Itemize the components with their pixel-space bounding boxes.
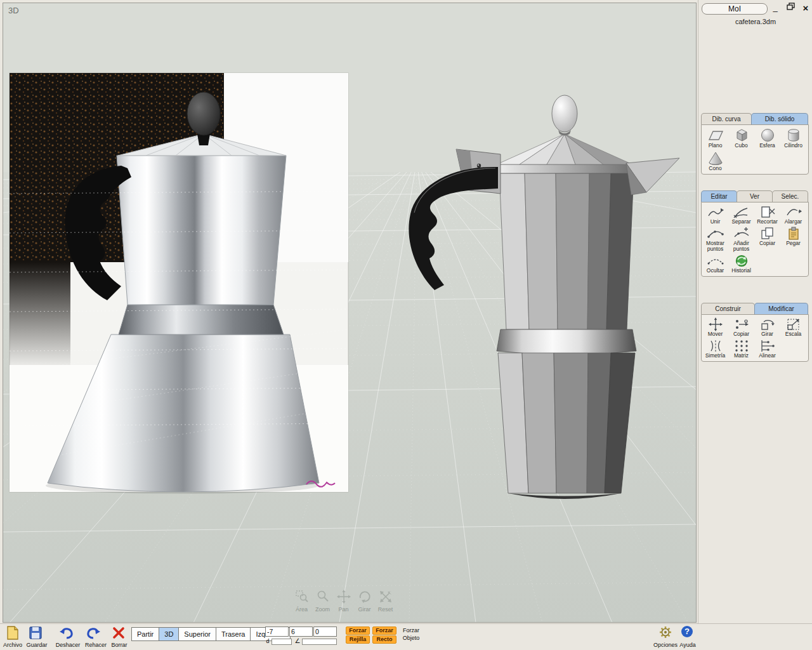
- guardar-label: Guardar: [24, 642, 49, 648]
- tool-cilindro[interactable]: Cilindro: [780, 128, 806, 149]
- draw-palette: Dib. curva Dib. sólido Plano: [701, 113, 809, 175]
- history-icon: [733, 254, 750, 268]
- tool-anadir-puntos[interactable]: Añadir puntos: [728, 227, 754, 252]
- tool-unir[interactable]: Unir: [702, 205, 728, 225]
- pan-icon: [337, 590, 351, 604]
- view-partir-button[interactable]: Partir: [131, 627, 159, 641]
- redo-button[interactable]: [85, 625, 102, 643]
- tool-cubo[interactable]: Cubo: [728, 128, 754, 149]
- gear-icon: [658, 625, 672, 639]
- tab-dib-curva[interactable]: Dib. curva: [701, 113, 752, 124]
- minimize-button[interactable]: _: [769, 3, 781, 13]
- snap-straight-toggle[interactable]: Forzar Recto: [372, 627, 397, 644]
- tool-alinear[interactable]: Alinear: [754, 339, 780, 359]
- tool-alargar[interactable]: Alargar: [780, 205, 806, 225]
- file-icon: [5, 625, 20, 640]
- delete-button[interactable]: [112, 626, 126, 642]
- copy-move-icon: [733, 317, 750, 331]
- file-new-button[interactable]: [5, 625, 20, 643]
- tool-mover[interactable]: Mover: [702, 317, 728, 337]
- tool-copiar-mod[interactable]: Copiar: [728, 317, 754, 337]
- angle-input[interactable]: [302, 639, 337, 645]
- coord-z-input[interactable]: [313, 627, 337, 637]
- copy-icon: [759, 227, 776, 241]
- borrar-label: Borrar: [108, 642, 131, 648]
- cube-icon: [733, 128, 750, 143]
- view-superior-button[interactable]: Superior: [178, 627, 216, 641]
- redo-icon: [85, 625, 102, 640]
- viewport-3d[interactable]: 3D Área Zoom: [3, 3, 697, 623]
- options-button[interactable]: [658, 625, 672, 642]
- zoom-icon: [316, 590, 330, 604]
- coord-y-input[interactable]: [289, 627, 313, 637]
- coord-x-input[interactable]: [265, 627, 289, 637]
- tab-modificar[interactable]: Modificar: [754, 303, 808, 314]
- tab-editar[interactable]: Editar: [701, 190, 737, 202]
- save-button[interactable]: [28, 625, 43, 643]
- array-icon: [733, 339, 750, 353]
- scale-icon: [785, 317, 802, 331]
- view-3d-button[interactable]: 3D: [159, 627, 179, 641]
- plane-icon: [707, 128, 724, 143]
- hide-icon: [707, 254, 724, 268]
- tool-matriz[interactable]: Matriz: [728, 339, 754, 359]
- distance-input[interactable]: [272, 639, 292, 645]
- help-icon: ?: [684, 627, 690, 636]
- viewport-canvas: [3, 3, 696, 622]
- save-icon: [28, 625, 43, 640]
- window-title: MoI: [702, 3, 768, 15]
- tool-plano[interactable]: Plano: [702, 128, 728, 149]
- mirror-icon: [707, 339, 724, 353]
- rehacer-label: Rehacer: [82, 642, 109, 648]
- nav-rotate-button[interactable]: Girar: [354, 590, 375, 613]
- nav-pan-button[interactable]: Pan: [333, 590, 354, 613]
- tab-dib-solido[interactable]: Dib. sólido: [751, 113, 808, 124]
- close-icon: ×: [803, 3, 809, 13]
- tab-construir[interactable]: Construir: [701, 303, 755, 314]
- separate-icon: [733, 205, 750, 219]
- nav-area-button[interactable]: Área: [291, 590, 312, 613]
- angle-icon: ∠: [294, 637, 301, 644]
- view-trasera-button[interactable]: Trasera: [216, 627, 251, 641]
- tool-historial[interactable]: Historial: [728, 254, 754, 274]
- undo-button[interactable]: [58, 625, 75, 643]
- tool-separar[interactable]: Separar: [728, 205, 754, 225]
- join-icon: [707, 205, 724, 219]
- tool-recortar[interactable]: Recortar: [754, 205, 780, 225]
- close-button[interactable]: ×: [800, 3, 811, 13]
- modify-palette: Construir Modificar Mover: [701, 303, 809, 362]
- maximize-icon: [787, 3, 795, 10]
- add-points-icon: [733, 227, 750, 241]
- archivo-label: Archivo: [0, 642, 25, 648]
- show-points-icon: [707, 227, 724, 241]
- undo-icon: [58, 625, 75, 640]
- nav-reset-button[interactable]: Reset: [375, 590, 396, 613]
- tool-pegar[interactable]: Pegar: [780, 227, 806, 252]
- reference-image[interactable]: [10, 73, 348, 494]
- nav-zoom-button[interactable]: Zoom: [312, 590, 333, 613]
- sidebar: MoI _ × cafetera.3dm Dib. curva Dib. sól…: [698, 0, 812, 623]
- distance-label: d: [265, 638, 270, 644]
- tool-esfera[interactable]: Esfera: [754, 128, 780, 149]
- tab-ver[interactable]: Ver: [737, 190, 773, 202]
- tool-simetria[interactable]: Simetría: [702, 339, 728, 359]
- tool-girar[interactable]: Girar: [754, 317, 780, 337]
- tab-selec[interactable]: Selec.: [772, 190, 808, 202]
- tool-mostrar-puntos[interactable]: Mostrar puntos: [702, 227, 728, 252]
- deshacer-label: Deshacer: [53, 642, 82, 648]
- snap-grid-toggle[interactable]: Forzar Rejilla: [345, 627, 370, 644]
- cylinder-icon: [785, 128, 802, 143]
- tool-escala[interactable]: Escala: [780, 317, 806, 337]
- tool-copiar-edit[interactable]: Copiar: [754, 227, 780, 252]
- help-button[interactable]: ?: [681, 626, 693, 637]
- minimize-icon: _: [773, 3, 777, 12]
- snap-object-toggle[interactable]: Forzar Objeto: [398, 627, 424, 644]
- area-zoom-icon: [295, 590, 309, 604]
- viewport-nav: Área Zoom Pan: [291, 590, 396, 613]
- maximize-button[interactable]: [785, 3, 796, 13]
- tool-cono[interactable]: Cono: [702, 150, 728, 171]
- move-icon: [707, 317, 724, 331]
- document-filename: cafetera.3dm: [698, 18, 812, 25]
- tool-ocultar[interactable]: Ocultar: [702, 254, 728, 274]
- sphere-icon: [759, 128, 776, 143]
